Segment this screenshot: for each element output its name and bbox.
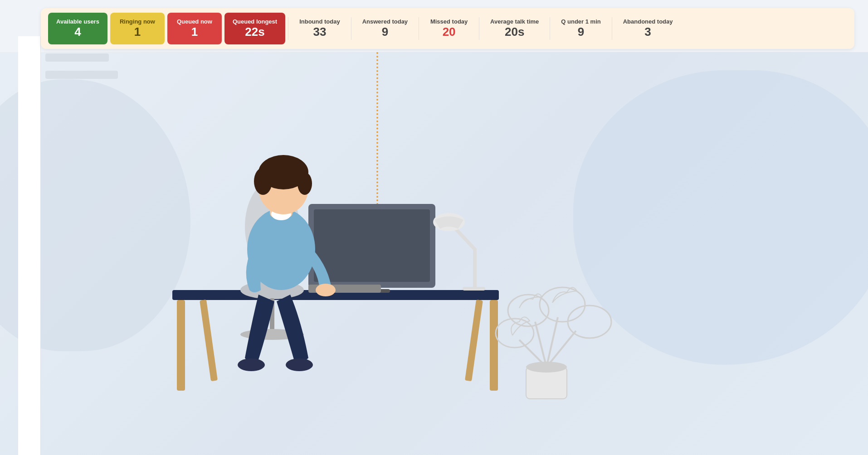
sidebar-line-3	[45, 71, 118, 79]
svg-point-23	[286, 358, 313, 371]
divider-4	[479, 17, 479, 40]
svg-rect-4	[465, 300, 483, 381]
main-illustration	[0, 50, 868, 455]
stat-available-users[interactable]: Available users 4	[48, 13, 107, 44]
svg-point-36	[568, 305, 611, 338]
stat-queued-now[interactable]: Queued now 1	[167, 13, 222, 44]
stat-ringing-now[interactable]: Ringing now 1	[110, 13, 165, 44]
divider-6	[612, 17, 612, 40]
stat-q-under-1min[interactable]: Q under 1 min 9	[553, 13, 609, 44]
sidebar	[18, 36, 41, 455]
stat-q-under-1min-value: 9	[578, 25, 584, 39]
stat-inbound-today[interactable]: Inbound today 33	[291, 13, 348, 44]
svg-line-26	[454, 227, 475, 249]
svg-rect-25	[473, 249, 477, 289]
stat-answered-today-label: Answered today	[362, 18, 408, 25]
svg-point-21	[316, 284, 336, 296]
stat-available-users-label: Available users	[56, 18, 99, 25]
stat-queued-longest-label: Queued longest	[233, 18, 277, 25]
stat-queued-now-label: Queued now	[177, 18, 212, 25]
stat-queued-longest[interactable]: Queued longest 22s	[224, 13, 285, 44]
stat-abandoned-today-value: 3	[644, 25, 651, 39]
stat-answered-today-value: 9	[382, 25, 388, 39]
stat-inbound-today-label: Inbound today	[299, 18, 340, 25]
svg-rect-3	[200, 300, 218, 381]
divider-3	[419, 17, 419, 40]
svg-point-20	[297, 172, 312, 195]
stat-inbound-today-value: 33	[313, 25, 326, 39]
stat-ringing-now-label: Ringing now	[120, 18, 155, 25]
stat-missed-today-value: 20	[443, 25, 456, 39]
stat-answered-today[interactable]: Answered today 9	[354, 13, 416, 44]
divider-1	[288, 17, 288, 40]
stat-queued-now-value: 1	[191, 25, 198, 39]
stat-abandoned-today[interactable]: Abandoned today 3	[615, 13, 681, 44]
svg-rect-2	[490, 300, 498, 391]
stat-average-talk-time-value: 20s	[505, 25, 524, 39]
stat-queued-longest-value: 22s	[245, 25, 264, 39]
svg-point-19	[254, 168, 272, 195]
stat-available-users-value: 4	[74, 25, 81, 39]
svg-point-22	[238, 358, 265, 371]
divider-2	[351, 17, 351, 40]
svg-rect-1	[177, 300, 185, 391]
stat-abandoned-today-label: Abandoned today	[623, 18, 673, 25]
stat-ringing-now-value: 1	[134, 25, 141, 39]
stat-q-under-1min-label: Q under 1 min	[561, 18, 600, 25]
stats-bar: Available users 4 Ringing now 1 Queued n…	[41, 8, 854, 49]
sidebar-line-2	[45, 53, 109, 62]
divider-5	[550, 17, 550, 40]
stat-missed-today-label: Missed today	[430, 18, 468, 25]
svg-rect-8	[314, 209, 430, 282]
stat-average-talk-time-label: Average talk time	[490, 18, 539, 25]
stat-average-talk-time[interactable]: Average talk time 20s	[482, 13, 547, 44]
stat-missed-today[interactable]: Missed today 20	[422, 13, 476, 44]
